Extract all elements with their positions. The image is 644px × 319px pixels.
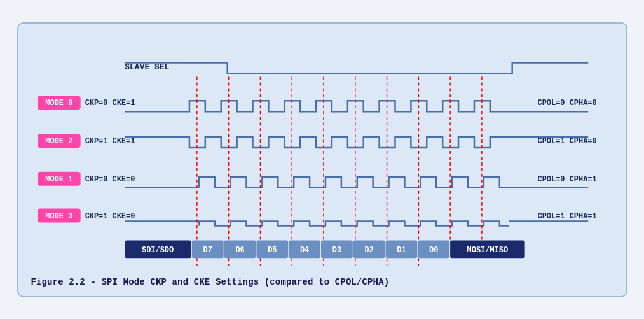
svg-text:D5: D5 [268,246,277,255]
svg-text:MOSI/MISO: MOSI/MISO [467,246,507,255]
svg-text:D2: D2 [364,246,373,255]
svg-text:D4: D4 [299,246,308,255]
figure-caption: Figure 2.2 - SPI Mode CKP and CKE Settin… [31,277,613,287]
diagram-container: SLAVE SEL MODE 0 CKP=0 CKE=1 CPOL=0 CPHA… [17,22,627,297]
svg-text:CKP=1  CKE=0: CKP=1 CKE=0 [85,211,135,220]
svg-text:CKP=0  CKE=0: CKP=0 CKE=0 [85,174,135,183]
svg-text:D7: D7 [203,246,212,255]
svg-text:MODE 3: MODE 3 [45,211,72,220]
svg-text:MODE 2: MODE 2 [45,137,72,146]
svg-text:D6: D6 [235,246,244,255]
svg-text:CKP=0  CKE=1: CKP=0 CKE=1 [85,99,135,108]
svg-text:D1: D1 [397,246,406,255]
svg-text:CKP=1  CKE=1: CKP=1 CKE=1 [85,137,135,146]
waveform-diagram: SLAVE SEL MODE 0 CKP=0 CKE=1 CPOL=0 CPHA… [31,35,613,271]
svg-text:MODE 1: MODE 1 [45,174,72,183]
svg-text:CPOL=1  CPHA=1: CPOL=1 CPHA=1 [537,211,596,220]
svg-text:D0: D0 [429,246,438,255]
svg-text:CPOL=0  CPHA=1: CPOL=0 CPHA=1 [537,174,596,183]
svg-text:D3: D3 [332,246,341,255]
svg-text:SDI/SDO: SDI/SDO [142,246,174,255]
svg-text:MODE 0: MODE 0 [45,99,72,108]
svg-text:CPOL=0  CPHA=0: CPOL=0 CPHA=0 [537,99,596,108]
svg-text:CPOL=1  CPHA=0: CPOL=1 CPHA=0 [537,137,596,146]
